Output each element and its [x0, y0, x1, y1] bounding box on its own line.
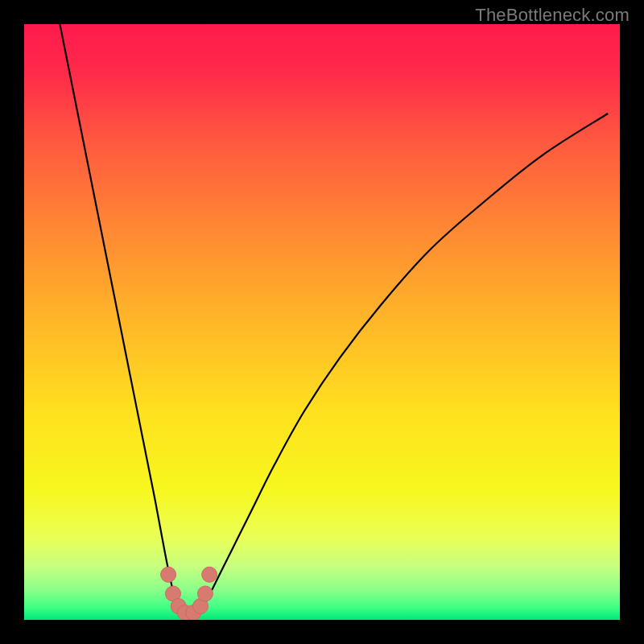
watermark-text: TheBottleneck.com — [475, 5, 630, 26]
valley-marker — [161, 567, 176, 582]
curve-right-branch — [197, 114, 609, 615]
curve-left-branch — [60, 24, 182, 615]
valley-marker — [197, 586, 213, 601]
valley-markers — [161, 567, 217, 620]
plot-area — [24, 24, 620, 620]
curve-layer — [24, 24, 620, 620]
chart-frame: TheBottleneck.com — [0, 0, 644, 644]
valley-marker — [202, 567, 217, 582]
